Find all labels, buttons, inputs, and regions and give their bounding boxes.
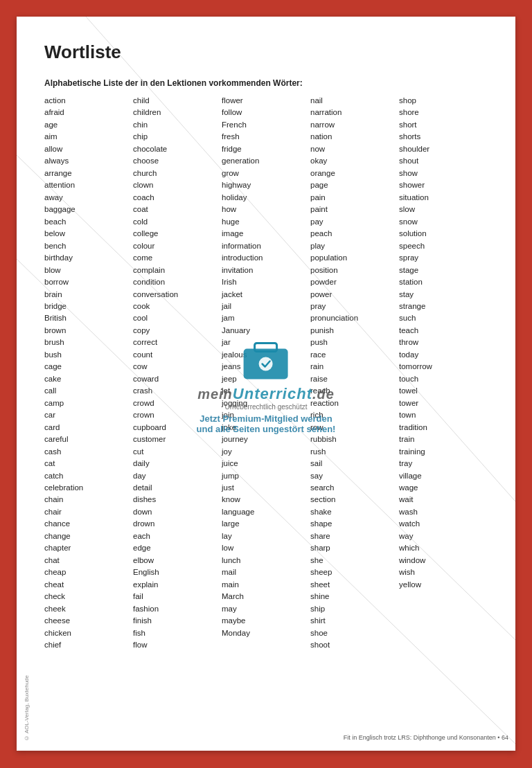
list-item: jogging xyxy=(222,398,310,409)
list-item: tradition xyxy=(399,422,488,434)
list-item: tomorrow xyxy=(399,361,488,373)
list-item: wish xyxy=(399,566,488,578)
list-item: generation xyxy=(222,155,310,167)
list-item: chat xyxy=(44,555,133,566)
list-item: holiday xyxy=(222,192,310,204)
list-item: shine xyxy=(310,591,399,602)
list-item: count xyxy=(133,349,222,361)
list-item: day xyxy=(133,470,222,482)
list-item: down xyxy=(133,506,222,518)
list-item: condition xyxy=(133,276,222,288)
list-item: cheek xyxy=(44,603,133,615)
list-item: tray xyxy=(399,458,488,470)
list-item: camp xyxy=(44,398,133,409)
list-item: town xyxy=(399,409,488,421)
list-item: raise xyxy=(310,373,399,385)
page: Wortliste Alphabetische Liste der in den… xyxy=(17,17,515,751)
list-item: slow xyxy=(399,204,488,215)
list-item: way xyxy=(399,530,488,542)
list-item: English xyxy=(133,566,222,578)
list-item: bush xyxy=(44,349,133,361)
list-item: towel xyxy=(399,385,488,397)
list-item: pray xyxy=(310,301,399,312)
list-item: cheat xyxy=(44,579,133,591)
list-item: reach xyxy=(310,385,399,397)
list-item: crowd xyxy=(133,398,222,409)
list-item: wage xyxy=(399,482,488,494)
list-item: each xyxy=(133,530,222,542)
list-item: shoot xyxy=(310,639,399,651)
list-item: shout xyxy=(399,155,488,167)
list-item: jam xyxy=(222,312,310,324)
list-item: careful xyxy=(44,434,133,445)
list-item: chance xyxy=(44,518,133,530)
list-item: French xyxy=(222,119,310,131)
page-title: Wortliste xyxy=(44,42,488,63)
list-item: borrow xyxy=(44,276,133,288)
list-item: window xyxy=(399,555,488,566)
list-item: jet xyxy=(222,385,310,397)
list-item: play xyxy=(310,240,399,252)
list-item: how xyxy=(222,204,310,215)
word-column-3: flowerfollowFrenchfreshfridgegenerationg… xyxy=(222,95,310,652)
list-item: page xyxy=(310,179,399,191)
list-item: know xyxy=(222,494,310,506)
list-item: shorts xyxy=(399,131,488,143)
list-item: crash xyxy=(133,385,222,397)
word-column-5: shopshoreshortshortsshouldershoutshowsho… xyxy=(399,95,488,652)
list-item: pain xyxy=(310,192,399,204)
list-item: fashion xyxy=(133,603,222,615)
list-item: clown xyxy=(133,179,222,191)
list-item: flower xyxy=(222,95,310,107)
list-item: flow xyxy=(133,639,222,651)
list-item: cake xyxy=(44,373,133,385)
list-item: baggage xyxy=(44,204,133,215)
list-item: teach xyxy=(399,325,488,337)
list-item: she xyxy=(310,555,399,566)
list-item: action xyxy=(44,95,133,107)
list-item: huge xyxy=(222,216,310,228)
list-item: highway xyxy=(222,179,310,191)
list-item: blow xyxy=(44,265,133,276)
list-item: today xyxy=(399,349,488,361)
list-item: jeep xyxy=(222,373,310,385)
list-item: children xyxy=(133,107,222,118)
list-item: shop xyxy=(399,95,488,107)
list-item: shirt xyxy=(310,615,399,627)
list-item: catch xyxy=(44,470,133,482)
list-item: chain xyxy=(44,494,133,506)
list-item: row xyxy=(310,422,399,434)
list-item: low xyxy=(222,542,310,554)
list-item: jar xyxy=(222,337,310,348)
list-item: fail xyxy=(133,591,222,602)
list-item: child xyxy=(133,95,222,107)
list-item: edge xyxy=(133,542,222,554)
list-item: tower xyxy=(399,398,488,409)
list-item: correct xyxy=(133,337,222,348)
list-item: sharp xyxy=(310,542,399,554)
list-item: choose xyxy=(133,155,222,167)
list-item: push xyxy=(310,337,399,348)
list-item: chair xyxy=(44,506,133,518)
list-item: search xyxy=(310,482,399,494)
list-item: joy xyxy=(222,446,310,458)
list-item: ship xyxy=(310,603,399,615)
list-item: rush xyxy=(310,446,399,458)
list-item: chapter xyxy=(44,542,133,554)
list-item: powder xyxy=(310,276,399,288)
list-item: explain xyxy=(133,579,222,591)
list-item: orange xyxy=(310,168,399,179)
list-item: cook xyxy=(133,301,222,312)
word-column-1: actionafraidageaimallowalwaysarrangeatte… xyxy=(44,95,133,652)
footer-right: Fit in Englisch trotz LRS: Diphthonge un… xyxy=(344,734,508,741)
list-item: pay xyxy=(310,216,399,228)
list-item: population xyxy=(310,252,399,264)
list-item: grow xyxy=(222,168,310,179)
list-item: complain xyxy=(133,265,222,276)
list-item: nation xyxy=(310,131,399,143)
list-item: college xyxy=(133,228,222,240)
list-item: language xyxy=(222,506,310,518)
list-item: fish xyxy=(133,627,222,639)
list-item: cold xyxy=(133,216,222,228)
list-item: birthday xyxy=(44,252,133,264)
